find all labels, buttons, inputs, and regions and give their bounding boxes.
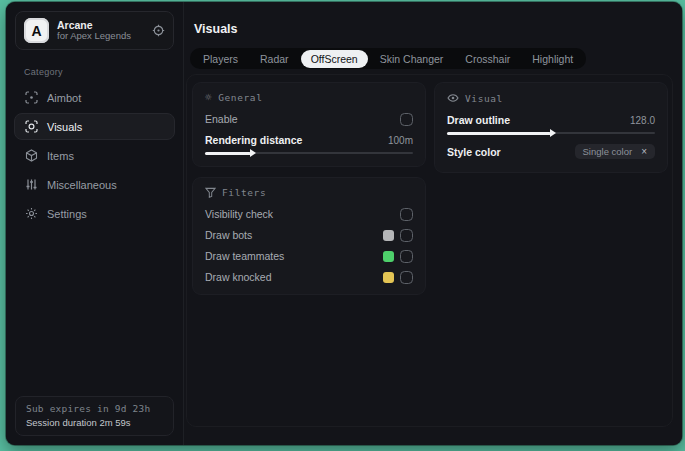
app-subtitle: for Apex Legends [57,31,144,42]
main-content: Visuals Players Radar OffScreen Skin Cha… [184,2,682,445]
slider-fill [205,152,251,155]
draw-knocked-checkbox[interactable] [400,271,413,284]
sidebar-item-label: Settings [47,208,87,220]
sidebar-spacer [6,228,183,396]
gear-icon [25,207,38,220]
tab-players[interactable]: Players [193,50,248,68]
app-logo: A [24,18,49,43]
rendering-distance-slider[interactable] [205,149,413,157]
rendering-distance-label: Rendering distance [205,134,302,146]
sidebar-item-label: Aimbot [47,92,81,104]
draw-outline-value: 128.0 [630,115,655,126]
sidebar: A Arcane for Apex Legends Category [6,2,184,445]
tab-skin-changer[interactable]: Skin Changer [370,50,454,68]
style-color-selected-value: Single color [583,146,633,157]
session-duration-text: Session duration 2m 59s [26,417,163,428]
general-panel-title: General [218,92,262,103]
app-header-card: A Arcane for Apex Legends [15,11,174,50]
target-icon[interactable] [152,24,165,37]
draw-bots-label: Draw bots [205,229,252,241]
draw-teammates-color-swatch[interactable] [383,251,394,262]
crosshair-icon [25,91,38,104]
filters-panel-header: Filters [205,187,413,198]
style-color-row: Style color Single color × [447,144,655,159]
rendering-distance-row: Rendering distance 100m [205,133,413,147]
sidebar-item-label: Items [47,150,74,162]
sidebar-item-miscellaneous[interactable]: Miscellaneous [14,171,175,198]
sidebar-item-visuals[interactable]: Visuals [14,113,175,140]
draw-outline-label: Draw outline [447,114,510,126]
visual-panel: Visual Draw outline 128.0 Style color Si… [434,82,668,173]
slider-arrow-thumb[interactable] [550,129,556,137]
style-color-label: Style color [447,146,501,158]
sidebar-item-settings[interactable]: Settings [14,200,175,227]
close-icon[interactable]: × [641,146,647,157]
sidebar-item-items[interactable]: Items [14,142,175,169]
draw-bots-color-swatch[interactable] [383,230,394,241]
tab-radar[interactable]: Radar [250,50,299,68]
scan-eye-icon [25,120,38,133]
category-label: Category [24,67,183,77]
visual-panel-title: Visual [465,93,503,104]
page-title: Visuals [194,22,238,36]
eye-icon [447,92,459,104]
draw-outline-row: Draw outline 128.0 [447,113,655,127]
visibility-check-row: Visibility check [205,207,413,221]
draw-knocked-row: Draw knocked [205,270,413,284]
style-color-select[interactable]: Single color × [575,144,655,159]
filters-panel-title: Filters [222,187,266,198]
draw-teammates-row: Draw teammates [205,249,413,263]
app-window: A Arcane for Apex Legends Category [6,2,682,445]
draw-knocked-label: Draw knocked [205,271,272,283]
sidebar-item-aimbot[interactable]: Aimbot [14,84,175,111]
filters-panel: Filters Visibility check Draw bots Draw … [192,177,426,295]
draw-bots-row: Draw bots [205,228,413,242]
tab-highlight[interactable]: Highlight [522,50,583,68]
draw-outline-slider[interactable] [447,129,655,137]
draw-knocked-color-swatch[interactable] [383,272,394,283]
enable-row: Enable [205,112,413,126]
visibility-check-label: Visibility check [205,208,273,220]
sidebar-item-label: Miscellaneous [47,179,117,191]
rendering-distance-value: 100m [388,135,413,146]
app-meta: Arcane for Apex Legends [57,19,144,42]
slider-fill [447,132,551,135]
tab-bar: Players Radar OffScreen Skin Changer Cro… [190,48,586,69]
tab-offscreen[interactable]: OffScreen [301,50,368,68]
funnel-icon [205,187,216,198]
sun-icon: ☼ [205,92,212,103]
cube-icon [25,149,38,162]
sub-expires-text: Sub expires in 9d 23h [26,403,163,414]
sidebar-nav: Aimbot Visuals Items [6,83,183,228]
sliders-icon [25,178,38,191]
visibility-check-checkbox[interactable] [400,208,413,221]
enable-checkbox[interactable] [400,113,413,126]
sidebar-item-label: Visuals [47,121,82,133]
draw-teammates-checkbox[interactable] [400,250,413,263]
subscription-info-card: Sub expires in 9d 23h Session duration 2… [15,396,174,436]
tab-crosshair[interactable]: Crosshair [455,50,520,68]
visual-panel-header: Visual [447,92,655,104]
enable-label: Enable [205,113,238,125]
slider-arrow-thumb[interactable] [250,149,256,157]
general-panel: ☼ General Enable Rendering distance 100m [192,82,426,167]
draw-teammates-label: Draw teammates [205,250,284,262]
general-panel-header: ☼ General [205,92,413,103]
draw-bots-checkbox[interactable] [400,229,413,242]
